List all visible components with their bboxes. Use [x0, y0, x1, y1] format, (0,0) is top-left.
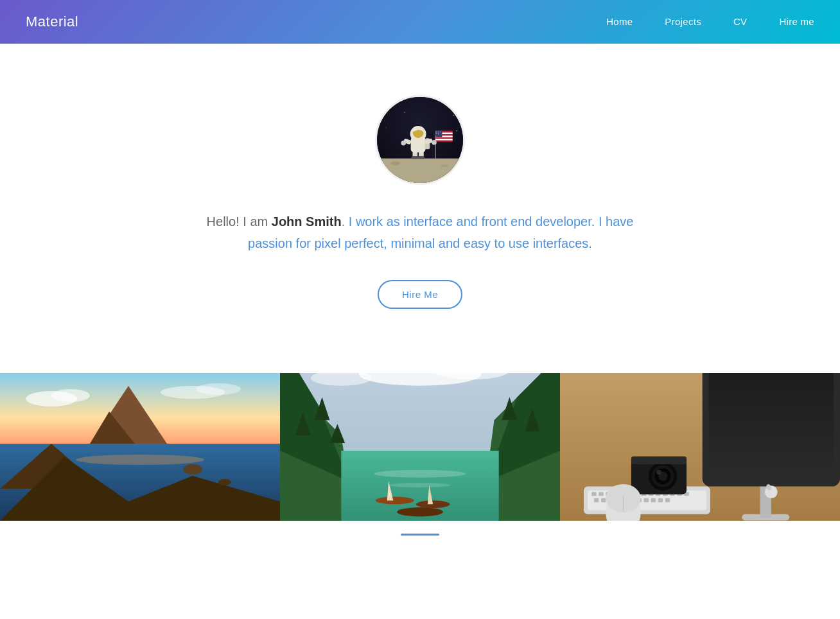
svg-point-31 [432, 140, 437, 145]
svg-rect-8 [377, 159, 463, 183]
svg-point-10 [441, 164, 448, 167]
scroll-indicator [0, 521, 840, 548]
navbar: Material Home Projects CV Hire me [0, 0, 840, 44]
svg-rect-109 [631, 457, 687, 464]
svg-rect-100 [651, 498, 656, 502]
hire-me-button[interactable]: Hire Me [378, 280, 462, 309]
svg-rect-79 [599, 492, 603, 496]
svg-point-68 [397, 507, 442, 516]
svg-point-33 [413, 129, 417, 132]
svg-point-4 [453, 115, 454, 116]
svg-point-20 [436, 134, 437, 134]
brand-logo[interactable]: Material [26, 13, 78, 30]
gallery-item-3[interactable] [560, 373, 840, 521]
svg-rect-102 [665, 498, 670, 502]
svg-point-1 [389, 105, 390, 107]
svg-rect-92 [594, 498, 599, 502]
svg-point-62 [374, 470, 466, 478]
svg-point-47 [218, 479, 231, 485]
hero-section: Hello! I am John Smith. I work as interf… [0, 44, 840, 373]
nav-item-hire[interactable]: Hire me [779, 16, 814, 28]
svg-point-36 [51, 389, 90, 402]
svg-point-38 [196, 383, 241, 395]
hero-intro: Hello! I am John Smith. I work as interf… [195, 211, 645, 254]
svg-point-40 [76, 455, 204, 465]
nav-link-cv[interactable]: CV [733, 16, 747, 27]
svg-point-30 [401, 141, 406, 146]
gallery-section [0, 373, 840, 521]
svg-rect-25 [417, 156, 424, 159]
nav-link-home[interactable]: Home [606, 16, 633, 27]
svg-rect-99 [644, 498, 649, 502]
nav-link-hire[interactable]: Hire me [779, 16, 814, 27]
svg-rect-15 [435, 139, 453, 140]
svg-point-46 [183, 464, 202, 475]
svg-point-2 [404, 112, 405, 113]
svg-point-5 [386, 127, 387, 128]
svg-point-3 [444, 103, 445, 104]
svg-rect-24 [412, 156, 419, 159]
scroll-line [401, 534, 439, 536]
nav-links: Home Projects CV Hire me [606, 16, 814, 28]
svg-rect-93 [601, 498, 606, 502]
nav-item-home[interactable]: Home [606, 16, 633, 28]
svg-rect-78 [591, 492, 596, 496]
svg-point-18 [438, 132, 439, 132]
svg-rect-73 [709, 373, 834, 476]
svg-point-19 [440, 132, 441, 132]
nav-link-projects[interactable]: Projects [665, 16, 701, 27]
hero-intro-prefix: Hello! I am [207, 214, 272, 229]
svg-point-108 [656, 470, 661, 475]
nav-item-cv[interactable]: CV [733, 16, 747, 28]
svg-point-64 [376, 496, 414, 504]
gallery-item-2[interactable] [280, 373, 560, 521]
svg-point-17 [436, 132, 437, 132]
avatar [375, 95, 465, 185]
gallery-item-1[interactable] [0, 373, 280, 521]
svg-point-9 [390, 162, 400, 166]
hero-name: John Smith [272, 214, 342, 229]
nav-item-projects[interactable]: Projects [665, 16, 701, 28]
svg-point-21 [438, 134, 439, 134]
svg-rect-101 [658, 498, 663, 502]
svg-point-63 [389, 483, 450, 487]
svg-point-6 [457, 130, 458, 132]
